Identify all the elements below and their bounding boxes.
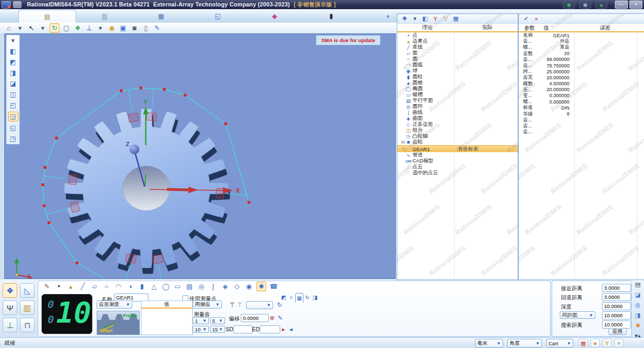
tab-document-icon[interactable]: ▥ bbox=[76, 10, 133, 22]
y-status-icon[interactable]: Y bbox=[602, 339, 612, 347]
point-icon[interactable]: • bbox=[55, 282, 63, 291]
tooth-end-select[interactable]: 15▼ bbox=[210, 326, 225, 333]
pick-surface-icon[interactable]: ◨ bbox=[9, 69, 18, 77]
edit-cube-icon[interactable]: ◫ bbox=[9, 90, 18, 99]
feature-cube-icon[interactable]: ❖ bbox=[401, 15, 409, 23]
menu-icon[interactable] bbox=[13, 1, 22, 8]
rotate-view-icon[interactable]: ↻ bbox=[50, 23, 59, 33]
ball-status-icon[interactable]: ● bbox=[591, 339, 600, 347]
tab-device-icon[interactable]: ▮ bbox=[303, 10, 360, 22]
spacing-select[interactable]: 间距面▼ bbox=[560, 311, 595, 319]
home-caret-icon[interactable]: ▾ bbox=[16, 24, 24, 32]
tab-table-icon[interactable]: ▦ bbox=[133, 10, 189, 22]
filter-icon[interactable]: Y bbox=[431, 15, 439, 23]
circle-icon[interactable]: ○ bbox=[102, 282, 111, 291]
coordinate-mode-button[interactable]: ⊥ bbox=[3, 318, 17, 332]
capture-icon[interactable]: ◙ bbox=[130, 24, 139, 32]
tab-diamond-icon[interactable]: ◆ bbox=[246, 10, 303, 22]
cone-icon[interactable]: △ bbox=[150, 282, 158, 291]
evaluate-mode-button[interactable]: ◺ bbox=[20, 283, 35, 298]
rotate-view-tab[interactable]: ↻ bbox=[304, 293, 311, 302]
target-point-icon[interactable]: ⊕ bbox=[268, 314, 276, 322]
drag-cube-icon[interactable]: ◳ bbox=[9, 134, 18, 143]
disable-view-icon[interactable]: ◧ bbox=[9, 47, 18, 56]
probe-pen-icon[interactable]: ✎ bbox=[43, 282, 51, 291]
select-cursor-icon[interactable]: ↖ bbox=[27, 24, 36, 32]
pick-edge-icon[interactable]: ◪ bbox=[9, 79, 18, 88]
refresh-icon[interactable]: ↻ bbox=[276, 301, 283, 309]
screen-icon[interactable]: ▦ bbox=[452, 15, 460, 23]
probe-tip-icon[interactable]: ⊤ bbox=[228, 301, 236, 309]
ed-input[interactable] bbox=[260, 325, 280, 333]
axes-icon[interactable]: ⊥ bbox=[85, 24, 93, 32]
spacing-input[interactable] bbox=[602, 311, 631, 319]
retract-input[interactable] bbox=[602, 293, 631, 301]
plane-icon[interactable]: ▱ bbox=[90, 282, 99, 291]
probe-angle-icon[interactable]: ⊤ bbox=[236, 301, 243, 309]
tab-monitor-icon[interactable]: ◱ bbox=[189, 10, 246, 22]
tab-briefcase-icon[interactable]: ▤ bbox=[18, 10, 76, 23]
feature-caret-icon[interactable]: ▾ bbox=[411, 15, 419, 23]
device-sync-icon[interactable]: ▲ bbox=[595, 1, 607, 9]
gamepad-icon[interactable]: ◉ bbox=[563, 1, 575, 9]
home-icon[interactable]: ⌂ bbox=[4, 24, 13, 32]
erase-cube-icon[interactable]: ◱ bbox=[9, 124, 18, 132]
machine-icon[interactable]: ▤ bbox=[634, 281, 642, 289]
depth-input[interactable] bbox=[602, 302, 631, 310]
parallel-planes-icon[interactable]: ▤ bbox=[185, 282, 194, 291]
machine-mode-button[interactable]: ⊓ bbox=[20, 318, 35, 332]
boundary-point-icon[interactable]: ▴ bbox=[66, 282, 75, 291]
basket-icon[interactable]: ▽ bbox=[442, 15, 450, 23]
run-back-icon[interactable]: ◂ bbox=[287, 325, 295, 333]
minimize-button[interactable]: — bbox=[615, 1, 628, 9]
close-button[interactable]: × bbox=[629, 1, 642, 9]
tooth-count-select[interactable]: 10▼ bbox=[193, 326, 209, 333]
curve-icon[interactable]: ∫ bbox=[209, 282, 218, 291]
cam-icon[interactable]: ◉ bbox=[245, 282, 253, 291]
axes-caret-icon[interactable]: ▾ bbox=[96, 24, 105, 32]
value-list[interactable]: 值 bbox=[141, 301, 193, 335]
flank-select[interactable]: 两侧齿▼ bbox=[193, 301, 222, 309]
zoom-window-icon[interactable]: ▢ bbox=[62, 24, 71, 32]
grid-status-icon[interactable]: ▦ bbox=[579, 339, 588, 347]
pick-feature-icon[interactable]: ◩ bbox=[9, 58, 18, 66]
dual-screen-icon[interactable]: ▣ bbox=[579, 1, 591, 9]
sd-input[interactable] bbox=[233, 325, 253, 333]
probe-view-tab[interactable]: ◩ bbox=[280, 293, 287, 302]
cylinder-icon[interactable]: ▮ bbox=[138, 282, 146, 291]
param-row[interactable]: 齿... bbox=[519, 129, 644, 135]
tree-item-齿轮[interactable]: ⊟✺齿轮 bbox=[397, 139, 518, 145]
pin-icon[interactable]: ▾ bbox=[9, 36, 18, 45]
run-forward-icon[interactable]: ▸ bbox=[280, 325, 287, 333]
search-input[interactable] bbox=[602, 320, 631, 329]
approach-input[interactable] bbox=[602, 284, 631, 292]
close-panel-icon[interactable]: × bbox=[532, 15, 540, 23]
blocks-icon[interactable]: ◪ bbox=[634, 291, 642, 299]
tooth-start-select[interactable]: 1▼ bbox=[193, 317, 209, 324]
alignment-mode-button[interactable]: ▥ bbox=[20, 301, 35, 315]
polygon-icon[interactable]: ◇ bbox=[233, 282, 241, 291]
surface-icon[interactable]: ◈ bbox=[221, 282, 229, 291]
fit-view-icon[interactable]: ❖ bbox=[73, 24, 82, 32]
torus-icon[interactable]: ◎ bbox=[197, 282, 206, 291]
link-status-icon[interactable]: × bbox=[614, 339, 623, 347]
expander-icon[interactable]: ⊟ bbox=[401, 140, 405, 145]
cursor-caret-icon[interactable]: ▾ bbox=[38, 24, 47, 32]
slot-icon[interactable]: ▭ bbox=[173, 282, 182, 291]
alert-cube-icon[interactable]: ◰ bbox=[9, 101, 18, 110]
line-icon[interactable]: ╱ bbox=[78, 282, 87, 291]
sphere-icon[interactable]: ◑ bbox=[126, 282, 134, 291]
offset-input[interactable] bbox=[241, 314, 269, 322]
tree-item-选中的点云[interactable]: ∴选中的点云 bbox=[397, 170, 518, 176]
arc-icon[interactable]: ◠ bbox=[114, 282, 123, 291]
table-view-tab[interactable]: ▦ bbox=[295, 293, 303, 303]
eye-icon[interactable]: ◉ bbox=[107, 24, 116, 32]
paint-cube-icon[interactable]: ◲ bbox=[8, 112, 18, 121]
solid-cube-icon[interactable]: ◧ bbox=[421, 15, 429, 23]
cube-red-icon[interactable]: ◨ bbox=[634, 311, 642, 319]
tooth-step-select[interactable]: 5▼ bbox=[210, 317, 225, 324]
cube-view-tab[interactable]: ◨ bbox=[311, 293, 318, 302]
measure-type-select[interactable]: 齿形测量▼ bbox=[97, 301, 132, 309]
probe-mode-button[interactable]: Ψ bbox=[3, 301, 17, 315]
apply-button[interactable]: 应用 bbox=[608, 328, 627, 335]
